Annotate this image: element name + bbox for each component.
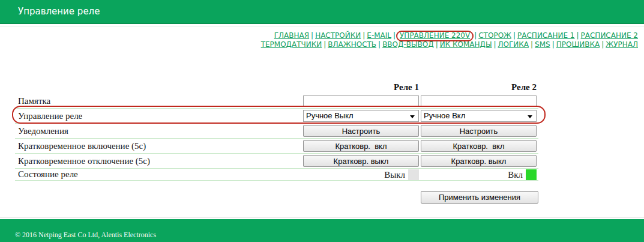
table-row-short-off: Кратковременное отключение (5с) Кратковр… <box>15 154 538 169</box>
nav-link-humidity[interactable]: ВЛАЖНОСТЬ <box>328 40 376 49</box>
relay2-memo-input[interactable] <box>421 95 537 107</box>
chevron-down-icon <box>528 115 532 118</box>
nav-link-sms[interactable]: SMS <box>535 40 550 49</box>
short-on-row-label: Кратковременное включение (5с) <box>15 139 303 154</box>
nav-link-logic[interactable]: ЛОГИКА <box>498 40 529 49</box>
table-row-state: Состояние реле Выкл Вкл <box>15 169 538 181</box>
empty-header-cell <box>15 82 303 94</box>
relay2-short-off-button[interactable]: Кратковр. выкл <box>421 155 537 167</box>
nav-link-log[interactable]: ЖУРНАЛ <box>606 40 638 49</box>
nav-link-io[interactable]: ВВОД-ВЫВОД <box>382 40 434 49</box>
nav-link-home[interactable]: ГЛАВНАЯ <box>274 31 309 40</box>
table-row-relay-control: Управление реле Ручное Выкл Ручное Вкл <box>15 109 538 124</box>
footer-bar: © 2016 Netping East Co Ltd, Alentis Elec… <box>0 219 644 242</box>
chevron-down-icon <box>410 115 415 118</box>
nav-link-watchdog[interactable]: СТОРОЖ <box>478 31 511 40</box>
nav-row-1: ГЛАВНАЯ|НАСТРОЙКИ|E-MAIL|УПРАВЛЕНИЕ 220V… <box>261 31 638 40</box>
top-header-bar: Управление реле <box>0 0 644 24</box>
nav-separator: | <box>324 40 326 49</box>
header-divider <box>0 26 644 26</box>
nav-separator: | <box>601 40 604 49</box>
nav-link-settings[interactable]: НАСТРОЙКИ <box>315 31 361 40</box>
memo-row-label: Памятка <box>15 94 303 109</box>
nav-separator: | <box>513 31 516 40</box>
main-nav: ГЛАВНАЯ|НАСТРОЙКИ|E-MAIL|УПРАВЛЕНИЕ 220V… <box>261 31 638 49</box>
nav-link-firmware[interactable]: ПРОШИВКА <box>556 40 600 49</box>
relay-table: Реле 1 Реле 2 Памятка Управление реле Ру… <box>15 82 538 181</box>
relay2-short-on-button[interactable]: Кратковр. вкл <box>421 140 537 152</box>
relay1-memo-input[interactable] <box>303 95 419 107</box>
nav-link-thermo-sensors[interactable]: ТЕРМОДАТЧИКИ <box>261 40 322 49</box>
relay1-short-on-button[interactable]: Кратковр. вкл <box>303 140 419 152</box>
nav-link-schedule-1[interactable]: РАСПИСАНИЕ 1 <box>517 31 574 40</box>
nav-separator: | <box>363 31 365 40</box>
nav-link-schedule-2[interactable]: РАСПИСАНИЕ 2 <box>581 31 638 40</box>
nav-link-control-220v[interactable]: УПРАВЛЕНИЕ 220V <box>400 31 470 40</box>
apply-changes-button[interactable]: Применить изменения <box>421 191 538 204</box>
relay1-short-off-button[interactable]: Кратковр. выкл <box>303 155 419 167</box>
nav-separator: | <box>474 31 477 40</box>
nav-separator: | <box>531 40 533 49</box>
page-title: Управление реле <box>18 0 100 23</box>
relay1-mode-selected-value: Ручное Выкл <box>306 111 354 120</box>
short-off-row-label: Кратковременное отключение (5с) <box>15 154 303 169</box>
state-row-label: Состояние реле <box>15 169 303 181</box>
relay1-column-header: Реле 1 <box>303 82 421 94</box>
nav-separator: | <box>393 31 396 40</box>
copyright-text: © 2016 Netping East Co Ltd, Alentis Elec… <box>15 231 156 240</box>
table-row-notifications: Уведомления Настроить Настроить <box>15 124 538 139</box>
nav-separator: | <box>552 40 555 49</box>
table-header-row: Реле 1 Реле 2 <box>15 82 538 94</box>
relay-control-panel: Реле 1 Реле 2 Памятка Управление реле Ру… <box>15 82 538 204</box>
relay1-configure-button[interactable]: Настроить <box>303 125 419 137</box>
nav-link-ir-commands[interactable]: ИК КОМАНДЫ <box>440 40 492 49</box>
relay2-mode-selected-value: Ручное Вкл <box>424 111 465 120</box>
nav-separator: | <box>311 31 313 40</box>
relay2-mode-select[interactable]: Ручное Вкл <box>421 110 537 122</box>
relay1-state-indicator <box>408 169 419 180</box>
nav-row-2: ТЕРМОДАТЧИКИ|ВЛАЖНОСТЬ|ВВОД-ВЫВОД|ИК КОМ… <box>261 40 638 49</box>
relay2-column-header: Реле 2 <box>421 82 538 94</box>
apply-row: Применить изменения <box>15 191 538 204</box>
nav-separator: | <box>494 40 496 49</box>
notifications-row-label: Уведомления <box>15 124 303 139</box>
nav-separator: | <box>378 40 381 49</box>
nav-link-email[interactable]: E-MAIL <box>367 31 391 40</box>
footer-divider <box>0 217 644 218</box>
relay-control-row-label: Управление реле <box>15 109 303 124</box>
relay2-state-indicator <box>526 169 537 180</box>
relay1-mode-select[interactable]: Ручное Выкл <box>303 110 419 122</box>
table-row-short-on: Кратковременное включение (5с) Кратковр.… <box>15 139 538 154</box>
nav-separator: | <box>577 31 579 40</box>
table-row-memo: Памятка <box>15 94 538 109</box>
relay1-state-text: Выкл <box>384 170 405 180</box>
relay2-state-text: Вкл <box>508 170 523 180</box>
relay2-configure-button[interactable]: Настроить <box>421 125 537 137</box>
nav-separator: | <box>436 40 438 49</box>
